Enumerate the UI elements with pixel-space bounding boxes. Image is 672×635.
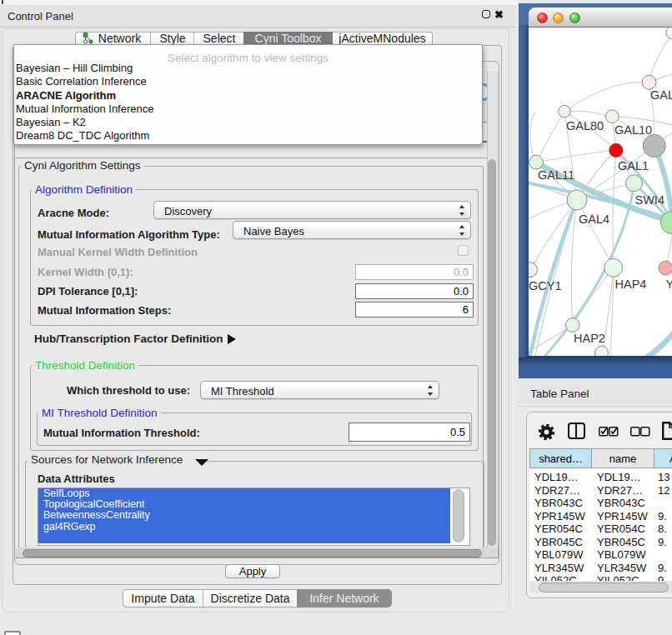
svg-text:YM: YM bbox=[666, 278, 672, 291]
svg-text:HAP2: HAP2 bbox=[574, 332, 605, 345]
svg-text:GAL1: GAL1 bbox=[618, 159, 649, 172]
svg-text:GCY1: GCY1 bbox=[529, 279, 562, 292]
svg-text:GAL4: GAL4 bbox=[579, 212, 609, 226]
svg-text:GAL80: GAL80 bbox=[566, 119, 604, 132]
svg-text:GAL11: GAL11 bbox=[538, 168, 574, 182]
svg-text:GAL7: GAL7 bbox=[650, 88, 672, 102]
svg-text:GAL10: GAL10 bbox=[614, 123, 652, 137]
svg-text:SWI4: SWI4 bbox=[635, 193, 664, 207]
svg-text:HAP4: HAP4 bbox=[615, 278, 647, 291]
